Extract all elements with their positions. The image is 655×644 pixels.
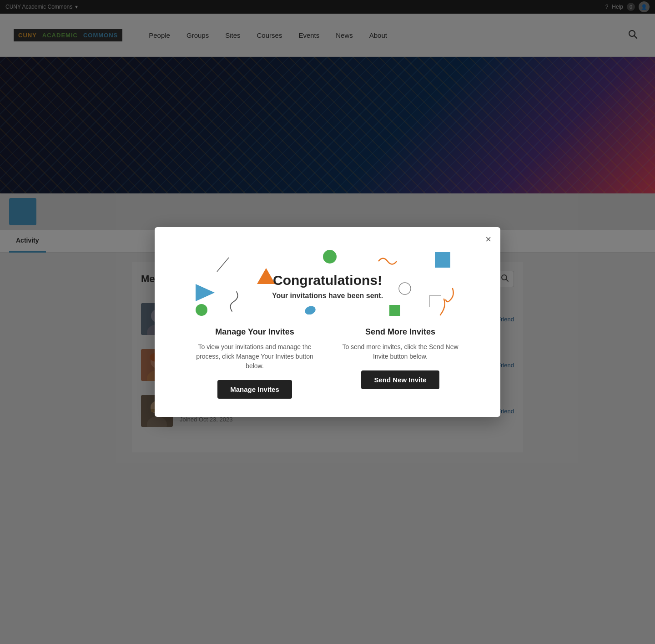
modal-actions: Manage Your Invites To view your invitat… <box>173 327 482 399</box>
confetti-green-square <box>389 305 400 316</box>
send-new-invite-button[interactable]: Send New Invite <box>361 370 439 389</box>
confetti-blue-square <box>435 252 450 268</box>
svg-rect-18 <box>435 252 450 268</box>
modal-close-button[interactable]: × <box>485 234 491 244</box>
send-invites-desc: To send more invites, click the Send New… <box>337 342 464 361</box>
manage-invites-desc: To view your invitations and manage the … <box>191 342 318 371</box>
svg-rect-24 <box>389 305 400 316</box>
congratulations-block: Congratulations! Your invitations have b… <box>173 273 482 300</box>
send-invites-col: Send More Invites To send more invites, … <box>337 327 464 399</box>
send-invites-title: Send More Invites <box>337 327 464 337</box>
confetti-area: Congratulations! Your invitations have b… <box>173 245 482 318</box>
modal-title: Congratulations! <box>173 273 482 288</box>
svg-point-23 <box>305 306 316 314</box>
manage-invites-col: Manage Your Invites To view your invitat… <box>191 327 318 399</box>
confetti-green-circle-2 <box>196 304 207 316</box>
modal-overlay: × <box>0 0 655 644</box>
confetti-line <box>216 257 230 273</box>
confetti-green-circle <box>323 250 337 264</box>
svg-point-15 <box>323 250 337 264</box>
modal: × <box>155 227 500 417</box>
svg-point-22 <box>196 304 207 316</box>
svg-line-21 <box>217 258 229 272</box>
confetti-orange-curve <box>436 298 446 316</box>
modal-subtitle: Your invitations have been sent. <box>173 292 482 300</box>
confetti-blue-blob <box>305 306 316 314</box>
manage-invites-button[interactable]: Manage Invites <box>217 380 292 399</box>
confetti-squiggle <box>378 254 400 268</box>
manage-invites-title: Manage Your Invites <box>191 327 318 337</box>
